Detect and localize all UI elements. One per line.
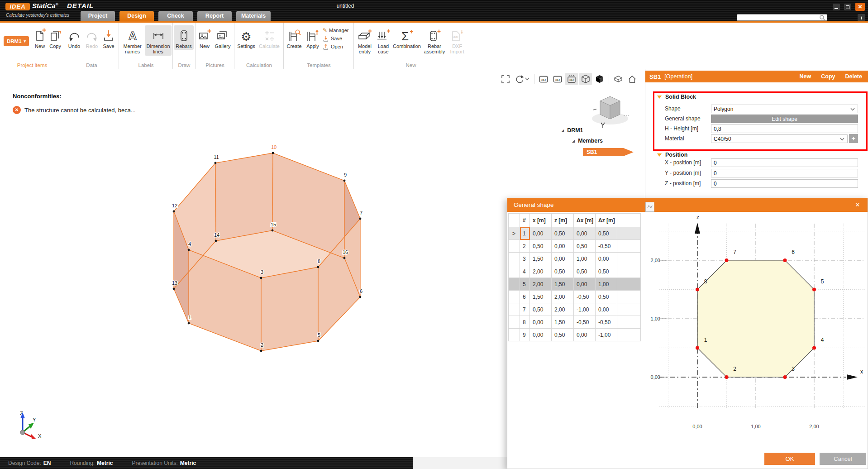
table-cell[interactable]: 0,00 <box>574 227 596 240</box>
row-selector[interactable] <box>509 303 520 316</box>
project-selector-button[interactable]: DRM1 ▾ <box>4 36 29 46</box>
table-cell[interactable]: 0,50 <box>552 227 574 240</box>
tree-item-members[interactable]: ◢ Members <box>572 138 634 144</box>
template-manager-button[interactable]: ✎ Manager <box>323 27 348 34</box>
table-cell[interactable]: 0,00 <box>530 227 552 240</box>
row-selector[interactable] <box>509 265 520 278</box>
table-cell[interactable]: 1,50 <box>552 316 574 329</box>
info-button[interactable]: i <box>858 14 865 21</box>
row-selector[interactable] <box>509 253 520 265</box>
edit-shape-button[interactable]: Edit shape <box>711 115 858 123</box>
table-row[interactable]: 52,001,500,001,00 <box>509 278 641 291</box>
new-picture-button[interactable]: New <box>196 25 213 50</box>
combination-button[interactable]: Σ Combination <box>392 25 422 50</box>
section-position[interactable]: Position <box>657 152 687 158</box>
table-cell[interactable]: 3 <box>520 253 530 265</box>
table-cell[interactable]: 1,00 <box>574 253 596 265</box>
col-x[interactable]: x [m] <box>530 214 552 227</box>
y-position-input[interactable]: 0 <box>711 169 858 177</box>
row-selector[interactable] <box>509 240 520 253</box>
fit-view-button[interactable] <box>499 73 512 85</box>
tab-check[interactable]: Check <box>158 11 193 21</box>
table-cell[interactable]: -1,00 <box>574 303 596 316</box>
redo-button[interactable]: Redo <box>83 25 100 50</box>
view-2d-button[interactable]: 2D <box>537 73 550 85</box>
row-selector[interactable] <box>509 291 520 303</box>
table-cell[interactable]: 1 <box>520 227 530 240</box>
panel-new-button[interactable]: New <box>800 73 811 80</box>
z-position-input[interactable]: 0 <box>711 179 858 188</box>
table-cell[interactable]: 9 <box>520 329 530 341</box>
dialog-title[interactable]: General shape <box>507 198 868 212</box>
table-cell[interactable]: -0,50 <box>574 291 596 303</box>
table-cell[interactable]: 8 <box>520 316 530 329</box>
dxf-import-button[interactable]: DXF DXF Import <box>447 25 467 56</box>
table-cell[interactable]: 2,00 <box>552 291 574 303</box>
template-open-button[interactable]: Open <box>323 43 348 50</box>
table-cell[interactable]: 2 <box>520 240 530 253</box>
close-button[interactable]: ✕ <box>855 3 865 11</box>
table-cell[interactable]: 0,50 <box>552 265 574 278</box>
x-position-input[interactable]: 0 <box>711 158 858 167</box>
table-cell[interactable]: 4 <box>520 265 530 278</box>
shape-dropdown[interactable]: Polygon <box>711 105 858 113</box>
table-row[interactable]: >10,000,500,000,50 <box>509 227 641 240</box>
row-selector[interactable] <box>509 316 520 329</box>
model-entity-button[interactable]: Model entity <box>355 25 375 56</box>
table-cell[interactable]: 1,50 <box>530 253 552 265</box>
load-case-button[interactable]: Load case <box>375 25 392 56</box>
apply-template-button[interactable]: Apply <box>304 25 322 50</box>
member-names-button[interactable]: A Member names <box>120 25 145 56</box>
calculate-button[interactable]: Calculate <box>257 25 281 50</box>
cancel-button[interactable]: Cancel <box>820 453 866 465</box>
table-cell[interactable]: 0,50 <box>574 240 596 253</box>
material-dropdown[interactable]: C40/50 <box>711 134 848 143</box>
table-cell[interactable]: 2,00 <box>530 278 552 291</box>
table-row[interactable]: 80,001,50-0,50-0,50 <box>509 316 641 329</box>
view-wireframe-button[interactable] <box>579 73 592 85</box>
row-selector[interactable] <box>509 278 520 291</box>
table-cell[interactable]: 0,50 <box>530 303 552 316</box>
table-cell[interactable]: 0,00 <box>574 329 596 341</box>
view-axonometry-button[interactable]: 3D <box>565 73 578 85</box>
tab-project[interactable]: Project <box>81 11 115 21</box>
dialog-close-button[interactable]: ✕ <box>852 198 863 212</box>
add-material-button[interactable]: + <box>849 134 858 143</box>
table-cell[interactable]: 7 <box>520 303 530 316</box>
gallery-button[interactable]: Gallery <box>213 25 233 50</box>
table-cell[interactable]: 0,50 <box>530 240 552 253</box>
undo-button[interactable]: Undo <box>65 25 83 50</box>
height-input[interactable]: 0,8 <box>711 124 858 133</box>
table-cell[interactable]: 0,00 <box>552 240 574 253</box>
dimension-lines-button[interactable]: Dimension lines <box>145 25 172 56</box>
col-z[interactable]: z [m] <box>552 214 574 227</box>
tree-item-sb1-selected[interactable]: SB1 <box>583 148 634 156</box>
table-cell[interactable]: 0,00 <box>552 253 574 265</box>
table-cell[interactable]: 1,50 <box>530 291 552 303</box>
table-cell[interactable]: -0,50 <box>596 316 617 329</box>
table-cell[interactable]: 0,00 <box>530 316 552 329</box>
panel-delete-button[interactable]: Delete <box>845 73 862 80</box>
minimize-button[interactable] <box>833 4 840 10</box>
col-dz[interactable]: Δz [m] <box>596 214 617 227</box>
rebar-assembly-button[interactable]: Rebar assembly <box>422 25 447 56</box>
ok-button[interactable]: OK <box>764 453 815 465</box>
maximize-button[interactable] <box>844 4 851 10</box>
col-number[interactable]: # <box>520 214 530 227</box>
rebars-button[interactable]: Rebars <box>174 25 194 50</box>
new-project-item-button[interactable]: New <box>32 25 48 50</box>
table-row[interactable]: 90,000,500,00-1,00 <box>509 329 641 341</box>
table-cell[interactable]: 0,50 <box>596 227 617 240</box>
row-selector[interactable] <box>509 329 520 341</box>
table-cell[interactable]: 0,00 <box>596 253 617 265</box>
table-cell[interactable]: 0,00 <box>530 329 552 341</box>
table-cell[interactable]: -0,50 <box>574 316 596 329</box>
view-clip-button[interactable] <box>612 73 625 85</box>
panel-copy-button[interactable]: Copy <box>821 73 835 80</box>
table-cell[interactable]: 0,50 <box>596 265 617 278</box>
table-cell[interactable]: 5 <box>520 278 530 291</box>
tab-materials[interactable]: Materials <box>236 11 271 21</box>
view-3d-button[interactable]: 3D <box>551 73 564 85</box>
table-row[interactable]: 20,500,000,50-0,50 <box>509 240 641 253</box>
table-cell[interactable]: 2,00 <box>530 265 552 278</box>
